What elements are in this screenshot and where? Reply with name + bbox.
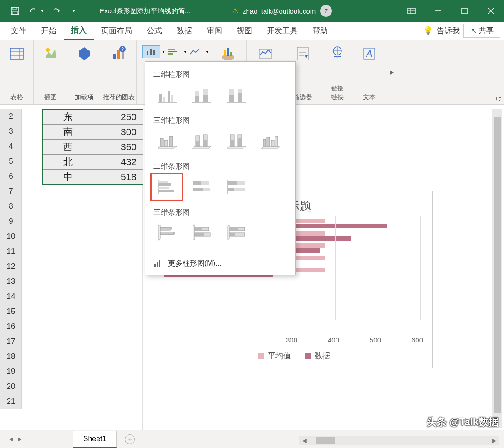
ribbon-collapse-icon[interactable]: ⮍ — [495, 95, 501, 102]
100-stacked-bar-option[interactable] — [223, 176, 249, 198]
cell[interactable]: 东 — [43, 110, 93, 125]
bar-chart-button[interactable]: ▾ — [164, 45, 182, 58]
add-sheet-button[interactable]: + — [125, 434, 135, 444]
row-header[interactable]: 9 — [0, 214, 22, 229]
more-column-charts[interactable]: 更多柱形图(M)... — [145, 252, 295, 275]
save-icon[interactable] — [9, 5, 20, 17]
3d-stacked-bar-option[interactable] — [188, 222, 214, 244]
tab-layout[interactable]: 页面布局 — [94, 22, 139, 40]
row-header[interactable]: 18 — [0, 349, 22, 364]
maximize-icon[interactable] — [451, 0, 478, 22]
scroll-left-icon[interactable]: ◄ — [301, 437, 308, 445]
3d-stacked-column-option[interactable] — [188, 130, 214, 152]
row-header[interactable]: 13 — [0, 274, 22, 289]
section-3d-bar: 三维条形图 — [145, 206, 295, 222]
cell[interactable]: 中 — [43, 170, 93, 185]
close-icon[interactable] — [478, 0, 504, 22]
data-cells: 东250 南300 西360 北432 中518 — [43, 109, 143, 185]
row-header[interactable]: 11 — [0, 244, 22, 259]
sparklines-button[interactable] — [255, 44, 276, 64]
recommended-charts-button[interactable]: ? — [108, 44, 130, 64]
cell[interactable]: 360 — [93, 140, 143, 155]
row-header[interactable]: 10 — [0, 229, 22, 244]
cell[interactable]: 北 — [43, 155, 93, 170]
cell[interactable]: 432 — [93, 155, 143, 170]
share-button[interactable]: ⇱ 共享 — [463, 24, 500, 38]
svg-rect-84 — [195, 233, 204, 236]
cell[interactable]: 518 — [93, 170, 143, 185]
cell[interactable]: 南 — [43, 125, 93, 140]
filters-button[interactable] — [292, 44, 314, 64]
ribbon-options-icon[interactable] — [398, 0, 425, 22]
row-header[interactable]: 2 — [0, 109, 22, 124]
tab-data[interactable]: 数据 — [169, 22, 199, 40]
scrollbar-thumb[interactable] — [316, 437, 335, 444]
horizontal-scrollbar[interactable]: ◄ ► — [299, 436, 499, 445]
stacked-column-option[interactable] — [188, 84, 214, 106]
lightbulb-icon[interactable]: 💡 — [423, 26, 433, 36]
row-header[interactable]: 17 — [0, 334, 22, 349]
row-header[interactable]: 5 — [0, 154, 22, 169]
sheet-nav-next-icon[interactable]: ► — [17, 436, 23, 443]
row-header[interactable]: 14 — [0, 289, 22, 304]
section-2d-bar: 二维条形图 — [145, 160, 295, 176]
tab-help[interactable]: 帮助 — [305, 22, 335, 40]
tab-home[interactable]: 开始 — [34, 22, 64, 40]
window-controls — [398, 0, 504, 22]
title-bar: ▾ ▾ Excel条形图添加平均线的简... ⚠ zhao_talk@outlo… — [0, 0, 504, 22]
tab-formulas[interactable]: 公式 — [139, 22, 169, 40]
row-header[interactable]: 7 — [0, 184, 22, 199]
tab-developer[interactable]: 开发工具 — [260, 22, 305, 40]
scrollbar-thumb[interactable] — [494, 117, 501, 413]
ribbon-scroll-right-icon[interactable]: ▸ — [385, 40, 399, 104]
sheet-tab[interactable]: Sheet1 — [73, 431, 117, 448]
tab-insert[interactable]: 插入 — [64, 21, 94, 40]
3d-clustered-bar-option[interactable] — [153, 222, 180, 244]
row-header[interactable]: 12 — [0, 259, 22, 274]
scroll-right-icon[interactable]: ► — [490, 437, 498, 445]
row-header[interactable]: 6 — [0, 169, 22, 184]
tab-view[interactable]: 视图 — [229, 22, 260, 40]
stacked-bar-option[interactable] — [188, 176, 214, 198]
links-button[interactable] — [326, 44, 348, 64]
svg-rect-62 — [271, 140, 274, 146]
3d-clustered-column-option[interactable] — [153, 130, 180, 152]
row-header[interactable]: 3 — [0, 124, 22, 139]
illustrations-button[interactable] — [40, 44, 61, 64]
links-group-label: 链接 — [321, 84, 353, 92]
row-header[interactable]: 16 — [0, 319, 22, 334]
3d-column-option[interactable] — [257, 130, 284, 152]
cell[interactable]: 西 — [43, 140, 93, 155]
redo-icon[interactable] — [50, 5, 61, 17]
line-chart-button[interactable]: ▾ — [186, 45, 204, 58]
row-header[interactable]: 15 — [0, 304, 22, 319]
vertical-scrollbar[interactable] — [492, 109, 502, 428]
tab-file[interactable]: 文件 — [4, 22, 34, 40]
tell-me-label[interactable]: 告诉我 — [437, 25, 460, 36]
100-stacked-column-option[interactable] — [223, 84, 249, 106]
row-header[interactable]: 20 — [0, 379, 22, 394]
cell[interactable]: 300 — [93, 125, 143, 140]
row-header[interactable]: 19 — [0, 364, 22, 379]
row-header[interactable]: 4 — [0, 139, 22, 154]
column-chart-button[interactable]: ▾ — [142, 45, 160, 58]
3d-maps-button[interactable] — [217, 44, 239, 64]
undo-dropdown-icon[interactable]: ▾ — [41, 9, 43, 13]
avatar[interactable]: Z — [320, 5, 332, 17]
text-button[interactable]: A — [358, 44, 380, 64]
undo-icon[interactable] — [27, 5, 39, 17]
tab-review[interactable]: 审阅 — [199, 22, 229, 40]
row-header[interactable]: 8 — [0, 199, 22, 214]
row-header[interactable]: 21 — [0, 394, 22, 409]
sheet-nav-prev-icon[interactable]: ◄ — [8, 436, 14, 443]
clustered-column-option[interactable] — [153, 84, 180, 106]
data-table[interactable]: 东250 南300 西360 北432 中518 — [43, 109, 143, 185]
clustered-bar-option[interactable] — [153, 176, 180, 198]
addins-button[interactable] — [73, 44, 95, 64]
3d-100-stacked-bar-option[interactable] — [223, 222, 249, 244]
tables-button[interactable] — [6, 44, 28, 64]
minimize-icon[interactable] — [425, 0, 451, 22]
cell[interactable]: 250 — [93, 110, 143, 125]
qat-customize-icon[interactable]: ▾ — [73, 9, 75, 13]
3d-100-stacked-column-option[interactable] — [223, 130, 249, 152]
